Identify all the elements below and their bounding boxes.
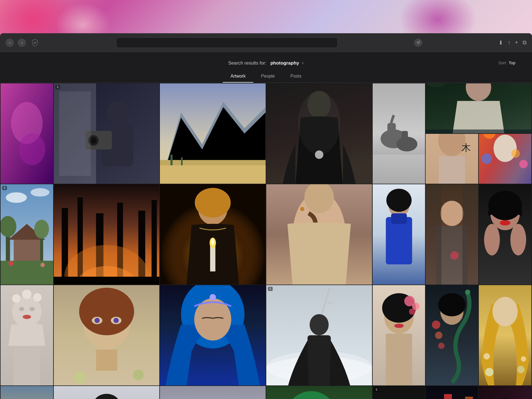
desktop-background	[0, 0, 532, 39]
gallery-item[interactable]	[266, 184, 372, 285]
forward-button[interactable]: ›	[18, 39, 26, 47]
gallery-item[interactable]	[266, 83, 372, 184]
gallery-item[interactable]	[373, 83, 425, 184]
tabs-bar: Artwork People Posts	[0, 70, 532, 83]
gallery-item[interactable]	[479, 184, 531, 285]
gallery-item[interactable]	[1, 83, 53, 184]
gallery-item[interactable]	[54, 184, 160, 285]
gallery-item[interactable]	[479, 386, 531, 399]
search-prefix: Search results for:	[228, 60, 267, 66]
reload-button[interactable]: ↺	[414, 39, 422, 47]
gallery-item[interactable]	[373, 285, 425, 385]
search-query: photography	[270, 60, 299, 66]
gallery-item[interactable]: 木	[426, 134, 478, 184]
gallery-item[interactable]	[479, 285, 531, 385]
gallery-item[interactable]	[373, 184, 425, 285]
gallery-grid: S	[0, 83, 532, 399]
gallery-item[interactable]: 芭 莎	[426, 386, 478, 399]
toolbar-right: ⬇ ↑ + ⧉	[498, 39, 526, 46]
gallery-item[interactable]	[160, 184, 266, 285]
gallery-item[interactable]: S	[54, 83, 160, 184]
gallery-item[interactable]	[479, 134, 531, 184]
gallery-item[interactable]	[1, 386, 53, 399]
shield-icon	[30, 38, 40, 48]
gallery-item[interactable]	[266, 386, 372, 399]
gallery-item[interactable]	[426, 83, 531, 133]
address-bar[interactable]	[116, 37, 338, 48]
tabs-icon[interactable]: ⧉	[523, 39, 526, 46]
gallery-item[interactable]	[160, 83, 266, 184]
gallery-item[interactable]	[54, 386, 160, 399]
back-button[interactable]: ‹	[6, 39, 14, 47]
gallery-item[interactable]	[160, 386, 266, 399]
clear-search-button[interactable]: ×	[301, 61, 304, 65]
share-icon[interactable]: ↑	[508, 39, 510, 46]
sort-value: Top	[509, 60, 515, 65]
address-bar-wrapper	[116, 37, 338, 48]
gallery-item[interactable]: S	[373, 386, 425, 399]
tab-people[interactable]: People	[253, 70, 283, 83]
search-header: Search results for: photography ×	[0, 52, 532, 70]
gallery-item[interactable]	[1, 285, 53, 385]
tab-artwork[interactable]: Artwork	[223, 70, 253, 83]
gallery-item[interactable]: S	[266, 285, 372, 385]
browser-window: ‹ › ↺ ⬇ ↑ + ⧉	[0, 33, 532, 399]
gallery-item[interactable]	[426, 285, 478, 385]
browser-toolbar: ‹ › ↺ ⬇ ↑ + ⧉	[0, 33, 532, 52]
gallery-item[interactable]	[426, 184, 478, 285]
tab-posts[interactable]: Posts	[283, 70, 309, 83]
new-tab-icon[interactable]: +	[515, 39, 518, 46]
gallery-item[interactable]	[54, 285, 160, 385]
sort-label: Sort:	[498, 60, 507, 65]
gallery-item[interactable]: S	[1, 184, 53, 285]
download-icon[interactable]: ⬇	[498, 39, 503, 46]
gallery-item[interactable]	[160, 285, 266, 385]
page-content: Search results for: photography × Sort: …	[0, 52, 532, 399]
